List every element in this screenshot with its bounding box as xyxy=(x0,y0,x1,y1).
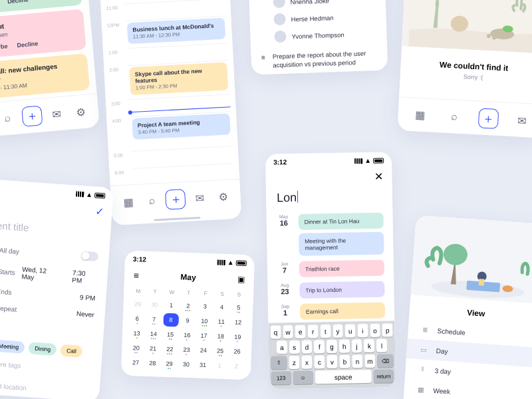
today-icon[interactable]: ▣ xyxy=(237,275,245,284)
close-icon[interactable]: ✕ xyxy=(374,170,382,183)
numbers-key[interactable]: 123 xyxy=(271,371,291,385)
day-cell[interactable]: 28 xyxy=(144,356,160,370)
day-cell[interactable]: 29 xyxy=(130,297,146,311)
invite-action[interactable]: Maybe xyxy=(0,43,8,51)
shift-key[interactable]: ⇧ xyxy=(271,356,287,369)
key[interactable]: h xyxy=(339,340,350,353)
add-button[interactable]: ＋ xyxy=(21,105,43,127)
add-button[interactable]: ＋ xyxy=(477,108,499,129)
timeline[interactable]: 10:0011:0012PMBusiness lunch at McDonald… xyxy=(100,0,239,186)
key[interactable]: t xyxy=(320,325,331,338)
search-icon[interactable]: ⌕ xyxy=(142,190,163,211)
result-item[interactable]: Triathlon race xyxy=(299,260,384,277)
invite-card[interactable]: kype call: new challengesucy Miller0:30 … xyxy=(0,53,90,100)
day-cell[interactable]: 21 xyxy=(145,342,161,356)
day-cell[interactable]: 16 xyxy=(179,329,195,342)
day-cell[interactable]: 3 xyxy=(197,299,213,313)
day-cell[interactable]: 26 xyxy=(229,344,245,358)
day-cell[interactable]: 19 xyxy=(229,330,245,344)
add-button[interactable]: ＋ xyxy=(166,189,187,210)
day-cell[interactable]: 27 xyxy=(128,356,144,370)
calendar-icon[interactable]: ▦ xyxy=(118,192,139,213)
key[interactable]: r xyxy=(308,325,319,338)
key[interactable]: z xyxy=(289,356,299,369)
space-key[interactable]: space xyxy=(315,370,372,384)
hour-slot[interactable]: Business lunch at McDonald's11:30 AM - 1… xyxy=(126,15,227,45)
tag-chip[interactable]: Dining xyxy=(29,342,57,356)
day-cell[interactable]: 29 xyxy=(162,357,178,371)
day-cell[interactable]: 15 xyxy=(162,328,178,342)
month-grid[interactable]: MTWTFSS293012345678910111213141516171819… xyxy=(121,286,254,380)
key[interactable]: j xyxy=(351,339,362,352)
key[interactable]: w xyxy=(283,325,293,338)
calendar-icon[interactable]: ▦ xyxy=(410,104,431,126)
key[interactable]: g xyxy=(327,340,337,353)
day-cell[interactable]: 23 xyxy=(179,343,195,357)
key[interactable]: v xyxy=(327,355,337,368)
day-cell[interactable]: 11 xyxy=(213,315,229,329)
key[interactable]: q xyxy=(270,325,281,338)
mail-icon[interactable]: ✉ xyxy=(189,188,210,209)
mail-icon[interactable]: ✉ xyxy=(511,110,532,131)
key[interactable]: o xyxy=(370,324,380,337)
day-cell[interactable]: 13 xyxy=(129,327,145,340)
key[interactable]: i xyxy=(357,324,368,337)
invite-action[interactable]: Decline xyxy=(17,40,39,49)
day-cell[interactable]: 2 xyxy=(229,359,245,373)
day-cell[interactable]: 4 xyxy=(214,300,230,314)
all-day-toggle[interactable] xyxy=(80,251,98,261)
confirm-button[interactable]: ✓ xyxy=(95,205,104,218)
hour-slot[interactable]: Skype call about the new features1:00 PM… xyxy=(128,60,229,96)
mail-icon[interactable]: ✉ xyxy=(46,103,68,125)
key[interactable]: f xyxy=(314,340,325,353)
day-cell[interactable]: 30 xyxy=(146,298,162,312)
day-cell[interactable]: 10 xyxy=(197,314,213,328)
day-cell[interactable]: 24 xyxy=(196,343,211,357)
day-cell[interactable]: 30 xyxy=(178,358,194,372)
delete-key[interactable]: ⌫ xyxy=(377,354,393,367)
key[interactable]: n xyxy=(352,354,362,368)
search-icon[interactable]: ⌕ xyxy=(0,108,19,130)
hour-slot[interactable]: Project A team meeting3:40 PM - 5:40 PM xyxy=(130,111,232,148)
day-cell[interactable]: 25 xyxy=(212,344,228,358)
day-cell[interactable]: 6 xyxy=(129,312,145,326)
emoji-key[interactable]: ☺ xyxy=(293,370,313,384)
day-cell[interactable]: 1 xyxy=(164,299,180,313)
search-input[interactable]: Lon xyxy=(266,186,393,211)
day-cell[interactable]: 1 xyxy=(211,358,227,372)
key[interactable]: k xyxy=(364,339,374,352)
key[interactable]: p xyxy=(382,323,393,336)
result-item[interactable]: Trip to London xyxy=(299,281,384,299)
result-item[interactable]: Earnings call xyxy=(300,303,385,320)
day-cell[interactable]: 9 xyxy=(180,314,196,328)
day-cell[interactable]: 17 xyxy=(196,329,212,342)
invite-card[interactable]: g workouta van AartsenptMaybeDecline xyxy=(0,9,86,59)
key[interactable]: e xyxy=(295,325,306,338)
day-cell[interactable]: 14 xyxy=(146,327,162,341)
key[interactable]: x xyxy=(301,356,312,369)
tag-chip[interactable]: Meeting xyxy=(0,339,25,353)
day-cell[interactable]: 22 xyxy=(162,342,178,356)
return-key[interactable]: return xyxy=(374,369,394,383)
invite-action[interactable]: Decline xyxy=(7,0,29,5)
key[interactable]: b xyxy=(339,355,350,368)
keyboard[interactable]: qwertyuiopasdfghjkl⇧zxcvbnm⌫123☺spaceret… xyxy=(268,321,396,389)
key[interactable]: m xyxy=(364,354,375,368)
settings-icon[interactable]: ⚙ xyxy=(70,101,92,123)
day-cell[interactable]: 7 xyxy=(146,313,162,327)
day-cell[interactable]: 12 xyxy=(230,315,246,329)
key[interactable]: l xyxy=(376,339,387,352)
day-cell[interactable]: 31 xyxy=(195,358,211,372)
result-item[interactable]: Dinner at Tin Lon Hau xyxy=(299,213,384,230)
key[interactable]: u xyxy=(345,324,356,337)
day-cell[interactable]: 20 xyxy=(128,341,144,355)
settings-icon[interactable]: ⚙ xyxy=(213,186,234,207)
day-cell[interactable]: 5 xyxy=(231,301,247,315)
result-item[interactable]: Meeting with the management xyxy=(299,232,384,256)
day-cell[interactable]: 18 xyxy=(213,329,229,343)
tag-chip[interactable]: Call xyxy=(61,344,83,358)
key[interactable]: c xyxy=(314,355,325,368)
event-block[interactable]: Business lunch at McDonald's11:30 AM - 1… xyxy=(127,18,225,45)
search-icon[interactable]: ⌕ xyxy=(444,106,465,128)
event-block[interactable]: Skype call about the new features1:00 PM… xyxy=(129,62,228,95)
